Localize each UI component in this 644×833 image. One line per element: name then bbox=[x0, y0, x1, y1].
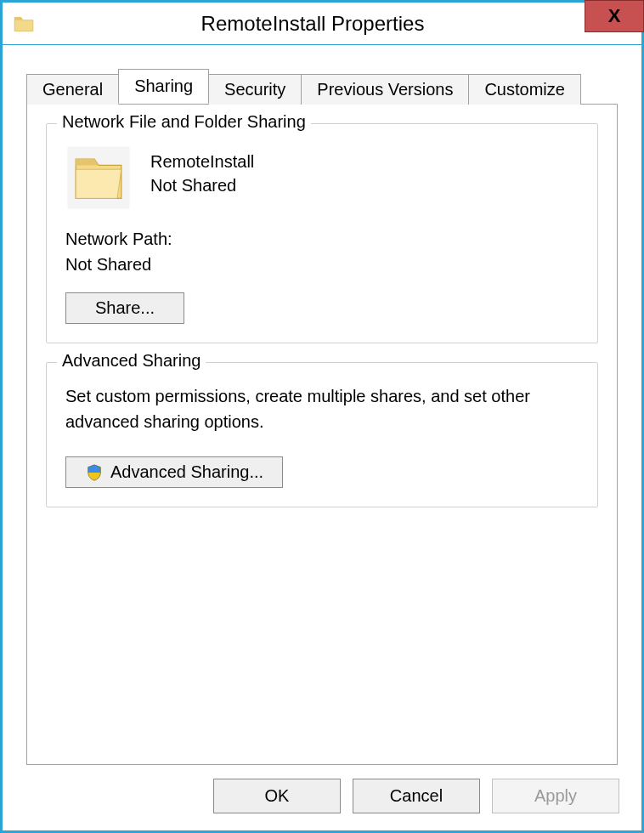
content-area: General Sharing Security Previous Versio… bbox=[3, 45, 641, 765]
group-network-sharing-title: Network File and Folder Sharing bbox=[57, 112, 311, 132]
advanced-sharing-button-label: Advanced Sharing... bbox=[110, 462, 263, 482]
tab-panel-sharing: Network File and Folder Sharing RemoteIn… bbox=[26, 104, 618, 765]
folder-info-text: RemoteInstall Not Shared bbox=[150, 144, 254, 197]
folder-icon bbox=[13, 13, 35, 35]
folder-name-label: RemoteInstall bbox=[150, 150, 254, 173]
group-advanced-sharing-title: Advanced Sharing bbox=[57, 351, 206, 371]
network-path-label: Network Path: bbox=[65, 226, 579, 252]
folder-share-status: Not Shared bbox=[150, 173, 254, 197]
tab-previous-versions[interactable]: Previous Versions bbox=[301, 74, 469, 105]
close-icon: X bbox=[608, 5, 621, 27]
ok-button[interactable]: OK bbox=[213, 779, 341, 813]
folder-large-icon bbox=[65, 144, 132, 211]
cancel-button[interactable]: Cancel bbox=[353, 779, 480, 813]
apply-button[interactable]: Apply bbox=[492, 779, 619, 813]
tab-strip: General Sharing Security Previous Versio… bbox=[26, 69, 618, 104]
advanced-sharing-description: Set custom permissions, create multiple … bbox=[65, 383, 579, 434]
tab-security[interactable]: Security bbox=[208, 74, 302, 105]
share-button[interactable]: Share... bbox=[65, 292, 184, 324]
network-path-block: Network Path: Not Shared bbox=[65, 226, 579, 277]
network-path-value: Not Shared bbox=[65, 252, 579, 277]
tab-general[interactable]: General bbox=[26, 74, 119, 105]
tab-sharing[interactable]: Sharing bbox=[118, 69, 209, 104]
group-advanced-sharing: Advanced Sharing Set custom permissions,… bbox=[46, 362, 598, 507]
advanced-sharing-button[interactable]: Advanced Sharing... bbox=[65, 456, 283, 488]
dialog-footer: OK Cancel Apply bbox=[3, 765, 641, 830]
titlebar: RemoteInstall Properties X bbox=[3, 3, 641, 45]
properties-window: RemoteInstall Properties X General Shari… bbox=[0, 0, 644, 833]
shield-icon bbox=[85, 463, 104, 482]
window-title: RemoteInstall Properties bbox=[35, 12, 641, 36]
tab-customize[interactable]: Customize bbox=[468, 74, 580, 105]
close-button[interactable]: X bbox=[585, 0, 644, 32]
folder-info-row: RemoteInstall Not Shared bbox=[65, 144, 579, 211]
group-network-sharing: Network File and Folder Sharing RemoteIn… bbox=[46, 123, 598, 343]
